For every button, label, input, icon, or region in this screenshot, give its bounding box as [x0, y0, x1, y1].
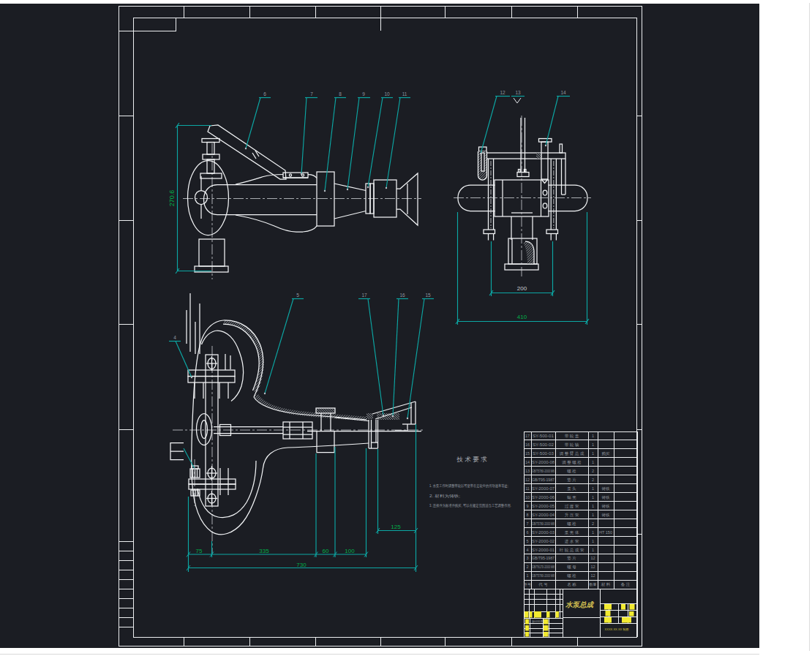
svg-text:泵 头: 泵 头	[567, 486, 576, 491]
svg-text:335: 335	[259, 548, 269, 554]
svg-text:13: 13	[515, 90, 521, 95]
svg-text:17: 17	[361, 293, 367, 298]
svg-text:螺 栓: 螺 栓	[567, 469, 576, 474]
svg-text:SY-2000-08: SY-2000-08	[532, 460, 555, 464]
svg-text:1: 1	[526, 573, 528, 578]
svg-text:270.6: 270.6	[168, 190, 176, 207]
svg-text:12: 12	[500, 90, 505, 95]
svg-text:8: 8	[526, 513, 528, 517]
svg-text:SY-500-01: SY-500-01	[533, 434, 554, 438]
svg-text:9: 9	[362, 91, 365, 97]
svg-text:GB/T5780-2000 M8: GB/T5780-2000 M8	[532, 521, 555, 526]
svg-text:14: 14	[560, 90, 566, 95]
svg-text:7: 7	[526, 521, 528, 526]
svg-text:6: 6	[526, 530, 528, 535]
svg-text:1: 1	[592, 504, 594, 508]
svg-text:螺 栓: 螺 栓	[567, 573, 576, 578]
svg-text:12: 12	[590, 556, 595, 560]
svg-text:购买: 购买	[602, 451, 611, 456]
svg-text:SY-2000-01: SY-2000-01	[532, 548, 555, 552]
svg-text:1: 1	[592, 495, 594, 499]
svg-text:1: 1	[592, 451, 594, 456]
svg-text:15: 15	[425, 293, 431, 298]
svg-text:SY-2000-05: SY-2000-05	[532, 504, 555, 508]
svg-text:备 注: 备 注	[621, 582, 631, 587]
svg-text:3. 连接件为标准件购买, 可以在规定范围适当工艺调整作用.: 3. 连接件为标准件购买, 可以在规定范围适当工艺调整作用.	[429, 503, 511, 508]
svg-text:铸铁: 铸铁	[602, 486, 611, 491]
svg-text:SY-2000-02: SY-2000-02	[532, 539, 555, 543]
svg-text:SY-2000-03: SY-2000-03	[532, 530, 555, 535]
svg-text:4: 4	[526, 548, 528, 552]
svg-text:GB/T5780-2000 M8: GB/T5780-2000 M8	[532, 573, 555, 578]
svg-text:2: 2	[592, 469, 594, 473]
svg-text:2: 2	[592, 521, 594, 526]
svg-text:4: 4	[173, 335, 176, 340]
svg-text:13: 13	[525, 469, 530, 473]
svg-text:调 整 螺 栓: 调 整 螺 栓	[561, 460, 582, 465]
svg-text:1: 1	[592, 539, 594, 543]
svg-text:进 水 管: 进 水 管	[565, 539, 579, 544]
svg-text:螺 母: 螺 母	[567, 565, 576, 569]
svg-text:15: 15	[525, 451, 530, 456]
svg-text:带 轮 轴: 带 轮 轴	[565, 442, 579, 448]
svg-text:8: 8	[339, 91, 342, 97]
svg-text:125: 125	[391, 524, 401, 530]
svg-text:60: 60	[323, 548, 329, 554]
svg-text:GB/T6170-2000 M8: GB/T6170-2000 M8	[532, 565, 555, 569]
svg-text:11: 11	[402, 91, 407, 97]
svg-text:12: 12	[525, 478, 530, 482]
svg-text:3: 3	[526, 556, 528, 560]
svg-text:1: 1	[592, 530, 594, 535]
svg-text:12: 12	[590, 565, 595, 569]
svg-text:2: 2	[592, 478, 594, 482]
svg-text:材 料: 材 料	[601, 582, 611, 587]
svg-text:调 整 臂 总 成: 调 整 臂 总 成	[559, 450, 584, 456]
svg-text:GB/T95-1987: GB/T95-1987	[532, 478, 555, 482]
svg-text:10: 10	[525, 495, 530, 499]
svg-text:叶 轮 总 成 管: 叶 轮 总 成 管	[560, 548, 584, 553]
svg-text:1: 1	[592, 460, 594, 464]
svg-text:水泵总成: 水泵总成	[565, 600, 595, 608]
svg-text:11: 11	[525, 486, 530, 491]
svg-text:GB/T5780-2000 M6: GB/T5780-2000 M6	[532, 469, 555, 473]
svg-text:75: 75	[196, 548, 203, 554]
svg-text:SY-500-02: SY-500-02	[533, 442, 554, 447]
svg-text:1: 1	[592, 442, 594, 447]
svg-text:SY-500-03: SY-500-03	[533, 451, 554, 456]
svg-text:410: 410	[517, 314, 527, 320]
svg-text:带 轮 盖: 带 轮 盖	[565, 434, 579, 439]
svg-text:代 号: 代 号	[538, 582, 548, 587]
svg-text:垫 片: 垫 片	[567, 478, 576, 483]
svg-text:7: 7	[310, 91, 313, 97]
svg-text:9: 9	[526, 504, 528, 508]
svg-text:铸铁: 铸铁	[602, 513, 611, 517]
svg-text:14: 14	[525, 460, 530, 464]
svg-text:5: 5	[526, 539, 528, 543]
svg-text:6: 6	[263, 91, 266, 97]
svg-text:1: 1	[592, 486, 594, 491]
svg-text:HT 150: HT 150	[599, 530, 612, 535]
svg-text:数量: 数量	[590, 582, 597, 587]
svg-text:铸铁: 铸铁	[602, 495, 611, 499]
svg-text:1: 1	[592, 548, 594, 552]
svg-text:升 压 管: 升 压 管	[565, 513, 579, 518]
svg-text:名 称: 名 称	[567, 582, 576, 587]
svg-text:5: 5	[296, 293, 299, 298]
svg-text:16: 16	[525, 442, 530, 447]
svg-text:200: 200	[517, 285, 527, 292]
svg-text:技 术 要 求: 技 术 要 求	[456, 456, 487, 463]
svg-text:2. 材料为铸铁;: 2. 材料为铸铁;	[429, 494, 460, 499]
svg-text:铸铁: 铸铁	[602, 504, 611, 508]
svg-text:泵 壳 体: 泵 壳 体	[565, 530, 579, 535]
svg-text:730: 730	[296, 562, 307, 568]
svg-text:SY-2000-04: SY-2000-04	[532, 513, 555, 517]
svg-text:10: 10	[384, 91, 390, 97]
svg-text:螺 栓: 螺 栓	[567, 521, 576, 527]
svg-text:垫 片: 垫 片	[567, 556, 576, 561]
svg-text:17: 17	[525, 434, 530, 438]
svg-text:GB/T95-1987: GB/T95-1987	[532, 556, 555, 560]
svg-text:序号: 序号	[524, 582, 531, 587]
svg-text:SY-2000-07: SY-2000-07	[532, 486, 555, 491]
svg-text:SY-2000-06: SY-2000-06	[532, 495, 555, 499]
svg-text:1: 1	[592, 513, 594, 517]
